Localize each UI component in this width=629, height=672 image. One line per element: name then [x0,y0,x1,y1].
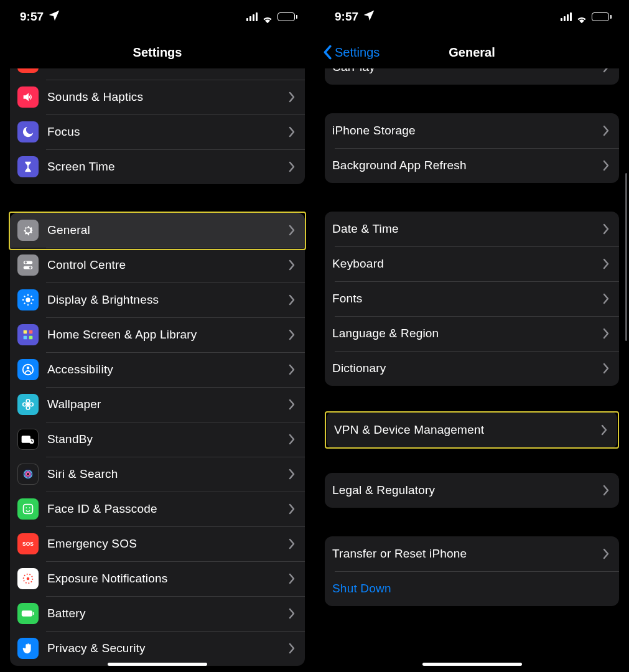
general-scroll[interactable]: CarPlay iPhone StorageBackground App Ref… [315,68,629,672]
scroll-indicator[interactable] [625,173,627,341]
chevron-right-icon [289,161,295,172]
settings-item-display[interactable]: Display & Brightness [10,282,305,317]
general-item-label: Language & Region [332,327,603,340]
general-item-label: VPN & Device Management [334,423,601,437]
siri-icon [17,464,39,485]
general-group-reset: Transfer or Reset iPhoneShut Down [325,536,619,606]
general-item-fonts[interactable]: Fonts [325,281,619,316]
settings-item-faceid[interactable]: Face ID & Passcode [10,492,305,526]
chevron-right-icon [603,363,609,374]
chevron-right-icon [289,364,295,375]
settings-item-exposure[interactable]: Exposure Notifications [10,561,305,596]
settings-item-label: Exposure Notifications [47,572,289,586]
settings-item-label: Siri & Search [47,467,289,481]
general-item-keyboard[interactable]: Keyboard [325,246,619,281]
svg-rect-14 [29,330,33,334]
cellular-icon [561,12,572,21]
chevron-right-icon [603,485,609,496]
home-indicator[interactable] [422,663,522,666]
speaker-icon [17,86,39,108]
standby-icon [17,429,39,450]
settings-item-privacy[interactable]: Privacy & Security [10,631,305,666]
phone-general: 9:57 ⚡︎ Settings General CarPlay iPh [315,0,629,672]
settings-item-control-centre[interactable]: Control Centre [10,248,305,282]
general-item-label: Keyboard [332,257,603,271]
settings-item-home-screen[interactable]: Home Screen & App Library [10,317,305,352]
grid-icon [17,324,39,345]
chevron-right-icon [289,643,295,654]
general-group-storage: iPhone StorageBackground App Refresh [325,113,619,183]
settings-item-label: Emergency SOS [47,537,289,551]
general-item-storage[interactable]: iPhone Storage [325,113,619,148]
home-indicator[interactable] [108,663,207,666]
settings-item-label: Notifications [47,68,289,69]
svg-rect-13 [24,330,27,334]
chevron-right-icon [603,328,609,339]
settings-item-wallpaper[interactable]: Wallpaper [10,387,305,422]
general-group-vpn: VPN & Device Management [327,411,617,449]
settings-item-standby[interactable]: StandBy [10,422,305,457]
chevron-right-icon [289,608,295,619]
settings-scroll[interactable]: NotificationsSounds & HapticsFocusScreen… [0,68,315,672]
general-item-label: Shut Down [332,582,609,595]
battery-icon: ⚡︎ [592,12,612,21]
settings-group-notifications: NotificationsSounds & HapticsFocusScreen… [10,68,305,184]
svg-point-1 [25,261,27,264]
general-item-carplay[interactable]: CarPlay [325,68,619,85]
phone-settings: 9:57 ⚡︎ Settings NotificationsSounds & H… [0,0,315,672]
settings-item-label: Focus [47,125,289,139]
settings-item-label: Sounds & Haptics [47,90,289,104]
settings-item-notifications[interactable]: Notifications [10,68,305,80]
chevron-right-icon [603,68,609,73]
svg-point-33 [26,507,27,508]
general-item-label: Background App Refresh [332,159,603,172]
general-item-vpn[interactable]: VPN & Device Management [327,413,617,447]
svg-point-23 [30,403,34,406]
hand-icon [17,638,39,659]
general-item-lang[interactable]: Language & Region [325,316,619,351]
general-group-legal: Legal & Regulatory [325,473,619,508]
status-bar: 9:57 ⚡︎ [315,0,629,34]
settings-item-sounds[interactable]: Sounds & Haptics [10,80,305,114]
chevron-right-icon [603,160,609,171]
settings-item-siri[interactable]: Siri & Search [10,457,305,492]
settings-item-label: Home Screen & App Library [47,328,289,342]
settings-item-accessibility[interactable]: Accessibility [10,352,305,387]
general-item-bg-refresh[interactable]: Background App Refresh [325,148,619,183]
chevron-right-icon [289,399,295,410]
chevron-right-icon [289,294,295,306]
chevron-right-icon [603,223,609,235]
settings-item-label: Control Centre [47,258,289,272]
general-item-dict[interactable]: Dictionary [325,351,619,386]
settings-item-label: Face ID & Passcode [47,502,289,516]
highlight-general [9,212,306,250]
clock: 9:57 [335,10,358,24]
status-bar: 9:57 ⚡︎ [0,0,315,34]
chevron-right-icon [289,259,295,271]
battery-icon: ⚡︎ [277,12,297,21]
svg-rect-16 [29,336,33,340]
sos-icon: SOS [17,533,39,554]
svg-point-17 [23,365,34,375]
general-item-shutdown[interactable]: Shut Down [325,571,619,606]
wifi-icon [575,12,588,21]
exposure-icon [17,568,39,589]
cellular-icon [246,12,258,21]
battery-icon [17,603,39,624]
nav-bar: Settings [0,34,315,71]
general-item-datetime[interactable]: Date & Time [325,212,619,246]
back-button[interactable]: Settings [322,34,380,71]
general-item-transfer[interactable]: Transfer or Reset iPhone [325,536,619,571]
settings-item-battery[interactable]: Battery [10,596,305,631]
general-item-legal[interactable]: Legal & Regulatory [325,473,619,508]
chevron-right-icon [603,125,609,136]
settings-item-screentime[interactable]: Screen Time [10,149,305,184]
chevron-right-icon [289,503,295,515]
bell-icon [17,68,39,73]
general-item-label: CarPlay [332,68,603,74]
hourglass-icon [17,156,39,177]
svg-rect-24 [22,436,30,443]
settings-item-focus[interactable]: Focus [10,114,305,149]
clock: 9:57 [20,10,44,24]
settings-item-sos[interactable]: SOSEmergency SOS [10,526,305,561]
